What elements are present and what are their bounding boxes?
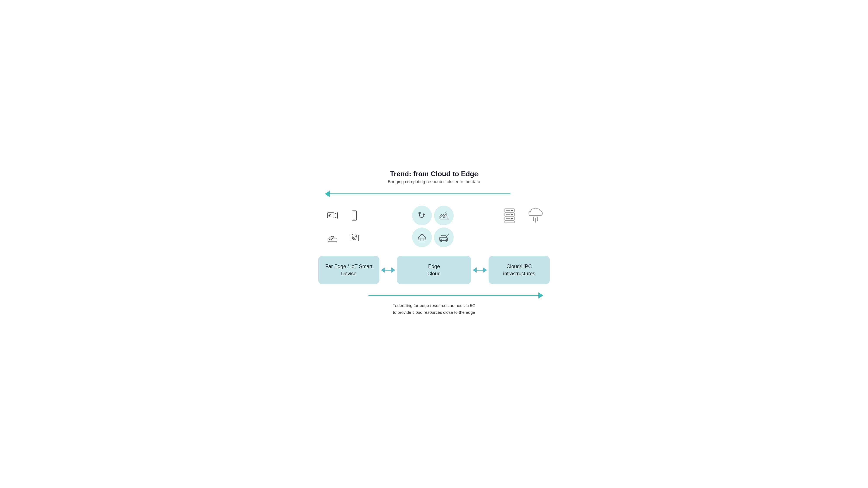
- camera-icon-wrapper: [344, 228, 364, 247]
- slide-container: Trend: from Cloud to Edge Bringing compu…: [303, 161, 565, 327]
- farm-icon: [417, 232, 427, 242]
- svg-point-10: [331, 239, 332, 240]
- bottom-text-content: Federating far edge resources ad hoc via…: [393, 303, 476, 315]
- svg-rect-19: [440, 216, 448, 219]
- svg-point-13: [356, 236, 357, 236]
- factory-icon: [439, 210, 449, 221]
- svg-rect-20: [440, 217, 442, 218]
- far-edge-icon-group: [320, 203, 366, 249]
- arrow-head-right-icon: [538, 292, 543, 298]
- double-arrow-1: [381, 267, 395, 273]
- far-edge-box-label: Far Edge / IoT SmartDevice: [325, 264, 372, 276]
- icons-row: [316, 203, 552, 249]
- svg-point-12: [353, 237, 355, 239]
- cloud-hpc-icon-group: [499, 203, 548, 228]
- slide-subtitle: Bringing computing resources closer to t…: [316, 179, 552, 184]
- cloud-data-icon-wrapper: [526, 206, 546, 225]
- dbl-arrow-left-head-1: [381, 267, 385, 273]
- dbl-arrow-shaft-1: [385, 270, 392, 270]
- video-camera-icon-wrapper: [322, 206, 342, 225]
- header: Trend: from Cloud to Edge Bringing compu…: [316, 170, 552, 184]
- bottom-arrow-line: [369, 292, 543, 298]
- svg-marker-23: [418, 234, 426, 238]
- dbl-arrow-right-head-1: [392, 267, 395, 273]
- arrow-head-left-icon: [325, 191, 330, 197]
- svg-rect-26: [439, 237, 447, 240]
- top-arrow-row: [316, 191, 552, 197]
- cloud-hpc-box-label: Cloud/HPCinfrastructures: [503, 264, 535, 276]
- svg-point-33: [511, 210, 513, 211]
- smartphone-icon-wrapper: [344, 206, 364, 225]
- svg-point-9: [330, 239, 330, 240]
- bottom-text: Federating far edge resources ad hoc via…: [316, 302, 552, 316]
- farm-icon-wrapper: [412, 228, 432, 247]
- svg-point-35: [511, 218, 513, 219]
- stethoscope-icon-wrapper: [412, 206, 432, 225]
- video-camera-icon: [327, 210, 338, 221]
- far-edge-box: Far Edge / IoT SmartDevice: [318, 256, 379, 284]
- arrow-shaft-top: [330, 193, 510, 194]
- smartphone-icon: [349, 210, 360, 221]
- boxes-row: Far Edge / IoT SmartDevice EdgeCloud Clo…: [316, 256, 552, 284]
- bottom-arrow-row: [316, 292, 552, 298]
- svg-point-34: [511, 214, 513, 215]
- svg-rect-21: [443, 217, 445, 218]
- electric-car-icon: [439, 232, 449, 242]
- connector-2: [471, 267, 489, 273]
- camera-icon: [349, 232, 360, 243]
- arrow-shaft-bottom: [369, 295, 538, 296]
- svg-rect-24: [421, 238, 423, 241]
- router-icon: [327, 232, 338, 243]
- connector-1: [379, 267, 397, 273]
- server-rack-icon-wrapper: [502, 206, 521, 225]
- factory-icon-wrapper: [434, 206, 454, 225]
- double-arrow-2: [473, 267, 487, 273]
- svg-marker-1: [334, 213, 337, 218]
- edge-cloud-box-label: EdgeCloud: [428, 264, 441, 276]
- server-rack-icon: [503, 204, 520, 226]
- dbl-arrow-right-head-2: [483, 267, 487, 273]
- electric-car-icon-wrapper: [434, 228, 454, 247]
- edge-cloud-box: EdgeCloud: [397, 256, 471, 284]
- svg-point-8: [332, 238, 333, 239]
- svg-point-18: [423, 214, 424, 215]
- top-arrow-line: [325, 191, 510, 197]
- router-icon-wrapper: [322, 228, 342, 247]
- dbl-arrow-shaft-2: [476, 270, 483, 270]
- edge-cloud-icon-group: [410, 203, 456, 249]
- cloud-hpc-box: Cloud/HPCinfrastructures: [489, 256, 550, 284]
- slide-title: Trend: from Cloud to Edge: [316, 170, 552, 178]
- dbl-arrow-left-head-2: [473, 267, 476, 273]
- svg-marker-3: [330, 215, 330, 216]
- svg-rect-4: [352, 211, 356, 220]
- cloud-data-icon: [527, 204, 544, 226]
- svg-rect-32: [505, 221, 514, 223]
- svg-point-11: [352, 236, 356, 240]
- edge-cloud-icon-grid: [410, 203, 456, 249]
- svg-rect-0: [328, 213, 334, 218]
- stethoscope-icon: [417, 210, 427, 221]
- far-edge-icon-grid: [320, 203, 366, 249]
